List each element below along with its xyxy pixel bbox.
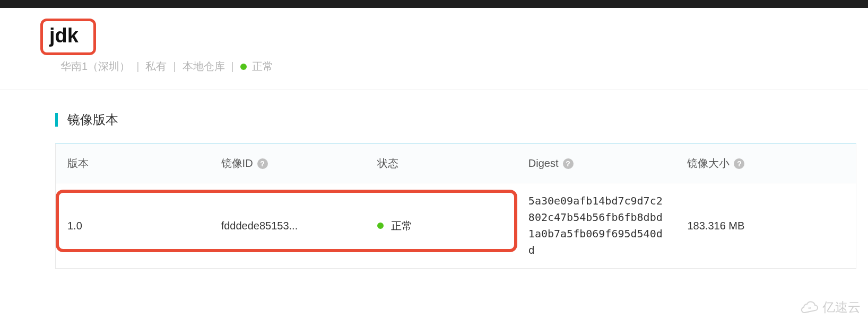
th-digest-label: Digest: [528, 157, 559, 170]
meta-status: 正常: [252, 59, 273, 74]
cell-status: 正常: [366, 209, 517, 243]
th-version[interactable]: 版本: [56, 156, 210, 171]
th-size-label: 镜像大小: [687, 156, 730, 171]
section-title-text: 镜像版本: [67, 111, 118, 128]
cell-size-value: 183.316 MB: [687, 220, 744, 232]
top-bar: [0, 0, 868, 8]
cell-version-value: 1.0: [67, 220, 82, 232]
th-status[interactable]: 状态: [366, 156, 517, 171]
table-row[interactable]: 1.0 fdddede85153... 正常 5a30e09afb14bd7c9…: [56, 183, 856, 269]
cell-digest-value: 5a30e09afb14bd7c9d7c2802c47b54b56fb6fb8d…: [528, 193, 664, 259]
help-icon[interactable]: ?: [734, 158, 744, 169]
section-accent-bar: [55, 113, 58, 127]
cloud-icon: ∞: [800, 301, 819, 314]
cell-status-value: 正常: [391, 219, 412, 233]
section-title: 镜像版本: [55, 111, 868, 128]
help-icon[interactable]: ?: [563, 158, 574, 169]
header: jdk 华南1（深圳） | 私有 | 本地仓库 | 正常: [0, 8, 868, 90]
status-dot-icon: [240, 64, 247, 70]
versions-table: 版本 镜像ID ? 状态 Digest ? 镜像大小 ? 1.0: [55, 143, 856, 269]
svg-text:∞: ∞: [808, 306, 811, 310]
watermark: ∞ 亿速云: [800, 299, 861, 316]
meta-visibility: 私有: [145, 59, 167, 74]
cell-image-id-value: fdddede85153...: [221, 220, 298, 232]
cell-version: 1.0: [56, 210, 210, 242]
table-header: 版本 镜像ID ? 状态 Digest ? 镜像大小 ?: [56, 144, 856, 183]
page-title: jdk: [49, 24, 79, 47]
content: 镜像版本 版本 镜像ID ? 状态 Digest ? 镜像大小 ?: [0, 90, 868, 269]
cell-digest: 5a30e09afb14bd7c9d7c2802c47b54b56fb6fb8d…: [517, 183, 676, 268]
cell-image-id: fdddede85153...: [210, 210, 366, 242]
title-highlight-box: jdk: [40, 19, 96, 55]
th-digest[interactable]: Digest ?: [517, 157, 676, 170]
status-dot-icon: [377, 223, 384, 229]
separator: |: [136, 60, 139, 73]
meta-repo-type: 本地仓库: [183, 59, 225, 74]
th-image-id[interactable]: 镜像ID ?: [210, 156, 366, 171]
th-image-id-label: 镜像ID: [221, 156, 253, 171]
separator: |: [173, 60, 176, 73]
cell-size: 183.316 MB: [675, 210, 856, 242]
help-icon[interactable]: ?: [257, 158, 268, 169]
th-status-label: 状态: [377, 156, 398, 171]
meta-region: 华南1（深圳）: [60, 59, 130, 74]
th-version-label: 版本: [67, 156, 89, 171]
meta-line: 华南1（深圳） | 私有 | 本地仓库 | 正常: [60, 59, 868, 74]
separator: |: [231, 60, 234, 73]
watermark-text: 亿速云: [822, 299, 861, 316]
th-size[interactable]: 镜像大小 ?: [675, 156, 856, 171]
